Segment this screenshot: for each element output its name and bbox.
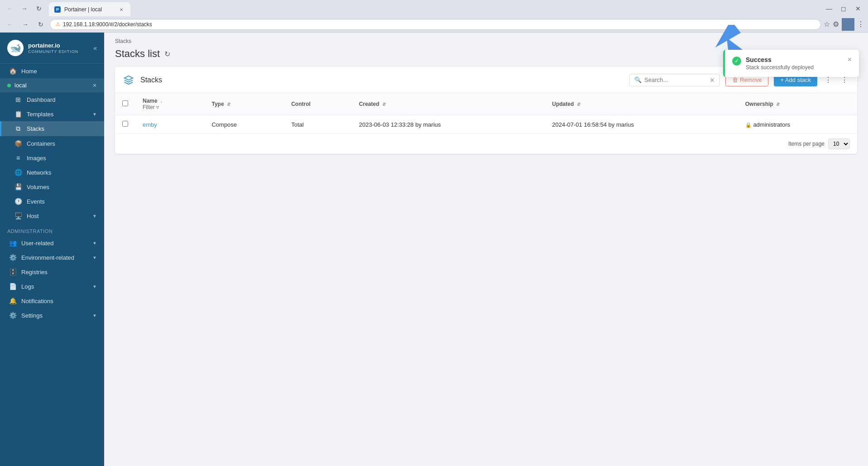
col-created: Created ⇵ <box>352 93 545 115</box>
env-status-dot <box>7 84 11 87</box>
sidebar-item-stacks[interactable]: ⧉ Stacks <box>0 121 104 136</box>
search-clear-button[interactable]: ✕ <box>710 76 715 84</box>
tab-title: Portainer | local <box>64 6 114 13</box>
search-box[interactable]: 🔍 ✕ <box>629 74 720 86</box>
security-icon: ⚠ <box>56 21 60 27</box>
breadcrumb: Stacks <box>104 33 868 46</box>
browser-top-bar: ← → ↻ P Portainer | local ✕ — ◻ ✕ <box>0 0 868 16</box>
sidebar-env-close[interactable]: ✕ <box>92 82 97 89</box>
nav-back-button[interactable]: ← <box>4 18 16 31</box>
sidebar-item-home[interactable]: 🏠 Home <box>0 64 104 78</box>
restore-button[interactable]: ◻ <box>837 2 850 15</box>
row-name-cell: emby <box>135 115 204 134</box>
sidebar-item-registries[interactable]: 🗄️ Registries <box>0 265 104 279</box>
card-title: Stacks <box>140 76 624 84</box>
templates-icon: 📋 <box>14 110 22 118</box>
sidebar-item-settings[interactable]: ⚙️ Settings ▼ <box>0 308 104 323</box>
sidebar-item-templates[interactable]: 📋 Templates ▼ <box>0 107 104 121</box>
nav-reload-button[interactable]: ↻ <box>34 18 47 31</box>
sidebar-label-templates: Templates <box>27 111 53 118</box>
back-button[interactable]: ← <box>4 2 16 15</box>
lock-icon: 🔒 <box>745 122 752 128</box>
select-all-checkbox[interactable] <box>122 100 128 106</box>
refresh-button[interactable]: ↻ <box>164 50 170 58</box>
sidebar-item-logs[interactable]: 📄 Logs ▼ <box>0 279 104 294</box>
ownership-value: administrators <box>753 121 790 128</box>
per-page-select[interactable]: 10 25 50 <box>828 138 850 149</box>
minimize-button[interactable]: — <box>823 2 835 15</box>
bookmark-button[interactable]: ☆ <box>824 20 830 29</box>
toast-title: Success <box>746 56 843 63</box>
success-toast: ✓ Success Stack successfully deployed × <box>723 50 859 77</box>
profile-avatar[interactable] <box>842 18 854 31</box>
templates-chevron-icon: ▼ <box>92 112 97 117</box>
row-ownership-cell: 🔒 administrators <box>738 115 857 134</box>
toast-close-button[interactable]: × <box>848 56 852 63</box>
search-input[interactable] <box>644 76 707 83</box>
sidebar-item-environment-related[interactable]: ⚙️ Environment-related ▼ <box>0 250 104 265</box>
sidebar-label-events: Events <box>27 198 45 205</box>
menu-button[interactable]: ⋮ <box>857 20 864 29</box>
created-sort-icon: ⇵ <box>382 102 386 107</box>
stack-name-link[interactable]: emby <box>143 121 157 128</box>
user-related-chevron-icon: ▼ <box>92 241 97 246</box>
reload-button[interactable]: ↻ <box>33 2 45 15</box>
stacks-table: Name ↓ Filter ▿ Type ⇵ Control Created <box>115 93 857 134</box>
sidebar-label-logs: Logs <box>21 283 34 290</box>
sidebar: 🐋 portainer.io COMMUNITY EDITION « 🏠 Hom… <box>0 33 104 466</box>
sidebar-label-notifications: Notifications <box>21 298 53 304</box>
address-text: 192.168.1.18:9000/#/2/docker/stacks <box>63 21 152 28</box>
events-icon: 🕐 <box>14 198 22 205</box>
main-content: Stacks Stacks list ↻ Stacks 🔍 ✕ <box>104 33 868 466</box>
sidebar-item-host[interactable]: 🖥️ Host ▼ <box>0 209 104 223</box>
name-filter-button[interactable]: Filter ▿ <box>143 104 159 110</box>
environment-related-icon: ⚙️ <box>9 254 17 261</box>
app-layout: 🐋 portainer.io COMMUNITY EDITION « 🏠 Hom… <box>0 33 868 466</box>
select-all-header <box>115 93 135 115</box>
sidebar-label-settings: Settings <box>21 312 43 319</box>
sidebar-label-registries: Registries <box>21 269 48 276</box>
sidebar-label-containers: Containers <box>27 140 55 147</box>
sidebar-item-images[interactable]: ≡ Images <box>0 151 104 165</box>
sidebar-env-local[interactable]: local ✕ <box>0 78 104 92</box>
sidebar-item-events[interactable]: 🕐 Events <box>0 194 104 209</box>
browser-controls: ← → ↻ <box>4 2 45 15</box>
sidebar-label-environment-related: Environment-related <box>21 254 74 261</box>
sidebar-item-containers[interactable]: 📦 Containers <box>0 136 104 151</box>
settings-chevron-icon: ▼ <box>92 313 97 318</box>
row-checkbox-cell <box>115 115 135 134</box>
sidebar-item-notifications[interactable]: 🔔 Notifications <box>0 294 104 308</box>
logo-area: 🐋 portainer.io COMMUNITY EDITION <box>7 40 78 56</box>
row-checkbox[interactable] <box>122 121 128 127</box>
images-icon: ≡ <box>14 154 22 162</box>
close-window-button[interactable]: ✕ <box>852 2 864 15</box>
tab-close-button[interactable]: ✕ <box>118 6 125 13</box>
trash-icon: 🗑 <box>732 76 738 83</box>
sidebar-label-host: Host <box>27 213 39 219</box>
host-icon: 🖥️ <box>14 212 22 219</box>
extensions-button[interactable]: ⚙ <box>833 20 839 29</box>
table-row: emby Compose Total 2023-06-03 12:33:28 b… <box>115 115 857 134</box>
sidebar-item-networks[interactable]: 🌐 Networks <box>0 165 104 180</box>
admin-section-label: Administration <box>0 223 104 236</box>
updated-sort-icon: ⇵ <box>577 102 580 107</box>
sidebar-collapse-button[interactable]: « <box>93 44 97 52</box>
sidebar-item-volumes[interactable]: 💾 Volumes <box>0 180 104 194</box>
active-tab[interactable]: P Portainer | local ✕ <box>49 2 130 17</box>
tab-bar: P Portainer | local ✕ <box>47 0 821 17</box>
dashboard-icon: ⊞ <box>14 96 22 103</box>
page-title: Stacks list <box>115 48 160 60</box>
row-control-cell: Total <box>284 115 352 134</box>
logo-icon: 🐋 <box>7 40 24 56</box>
row-type-cell: Compose <box>204 115 284 134</box>
row-updated-cell: 2024-07-01 16:58:54 by marius <box>545 115 738 134</box>
environment-related-chevron-icon: ▼ <box>92 255 97 260</box>
col-ownership: Ownership ⇵ <box>738 93 857 115</box>
nav-forward-button[interactable]: → <box>19 18 32 31</box>
registries-icon: 🗄️ <box>9 268 17 276</box>
col-updated: Updated ⇵ <box>545 93 738 115</box>
sidebar-item-dashboard[interactable]: ⊞ Dashboard <box>0 92 104 107</box>
sidebar-item-user-related[interactable]: 👥 User-related ▼ <box>0 236 104 250</box>
forward-button[interactable]: → <box>18 2 31 15</box>
toast-content: Success Stack successfully deployed <box>746 56 843 71</box>
